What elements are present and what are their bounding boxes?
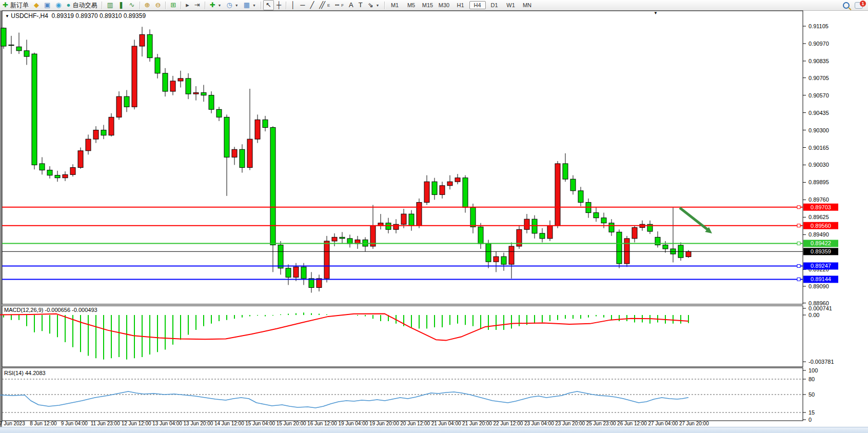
toolbar-separator: [102, 2, 102, 9]
candle: [101, 130, 106, 135]
signals-button[interactable]: ◉: [53, 1, 64, 10]
candle: [455, 178, 460, 182]
hline-handle[interactable]: [797, 224, 800, 227]
candle: [570, 179, 576, 191]
zoom-out-button[interactable]: ⊖: [152, 1, 163, 10]
timeframe-H1[interactable]: H1: [453, 2, 468, 9]
candle: [193, 93, 199, 94]
zoom-in-button[interactable]: ⊕: [142, 1, 153, 10]
notifications-icon[interactable]: 1: [855, 2, 863, 9]
candle: [332, 237, 337, 241]
timeframe-M5[interactable]: M5: [404, 2, 419, 9]
autotrading-button-label: 自动交易: [72, 1, 97, 10]
candle: [617, 232, 622, 264]
candle: [216, 109, 222, 117]
equidistant-channel-button[interactable]: ╱╱E: [317, 1, 332, 10]
hline-handle[interactable]: [797, 206, 800, 209]
candle: [47, 170, 52, 175]
candle: [9, 45, 14, 45]
text-label-button[interactable]: T: [356, 1, 365, 10]
date-label: 16 Jun 12:00: [307, 421, 337, 426]
timeframe-M15[interactable]: M15: [420, 2, 436, 9]
horizontal-line-button[interactable]: ─: [298, 1, 307, 10]
fibonacci-button[interactable]: ┅F: [332, 1, 346, 10]
rsi-axis-label: 15: [808, 409, 815, 416]
candle: [532, 219, 537, 233]
timeframe-M30[interactable]: M30: [437, 2, 452, 9]
toolbar-separator: [181, 2, 181, 9]
price-tick-label: 0.90570: [808, 92, 829, 99]
fibonacci-letter: F: [341, 3, 344, 8]
terminal-button[interactable]: ▣: [42, 1, 53, 10]
line-chart-icon: ∿: [129, 1, 135, 10]
candle: [109, 117, 114, 135]
vertical-line-button[interactable]: │: [288, 1, 298, 10]
candle: [609, 223, 614, 232]
periods-button[interactable]: ◷▼: [224, 1, 241, 10]
date-label: 21 Jun 20:00: [462, 421, 492, 426]
main-chart-plot[interactable]: [2, 11, 803, 304]
candle: [601, 218, 606, 223]
timeframe-W1[interactable]: W1: [503, 2, 519, 9]
timeframe-M1[interactable]: M1: [387, 2, 403, 9]
toolbar-separator: [140, 2, 140, 9]
hline-handle[interactable]: [797, 278, 800, 281]
charts-button[interactable]: ◆: [31, 1, 42, 10]
candle: [417, 202, 422, 225]
search-icon[interactable]: [843, 2, 850, 9]
candle: [324, 241, 329, 279]
candle: [24, 51, 29, 56]
vertical-line-icon: │: [291, 1, 295, 10]
price-label-text: 0.89703: [811, 204, 831, 210]
candlestick-chart-button[interactable]: ❚: [116, 1, 127, 10]
line-chart-button[interactable]: ∿: [127, 1, 137, 10]
candle: [240, 149, 245, 167]
candlestick-chart-icon: ❚: [119, 1, 124, 10]
price-tick-label: 0.89760: [808, 196, 829, 203]
candle: [147, 34, 152, 57]
hline-handle[interactable]: [797, 242, 800, 245]
auto-scroll-button[interactable]: ▸: [183, 1, 192, 10]
trendline-button[interactable]: ╱: [308, 1, 317, 10]
tile-windows-button[interactable]: ⊞: [168, 1, 179, 10]
candle: [70, 168, 75, 175]
date-label: 22 Jun 12:00: [493, 421, 523, 426]
tile-windows-icon: ⊞: [170, 1, 176, 10]
hline-handle[interactable]: [797, 264, 800, 267]
candle: [93, 130, 98, 140]
periods-icon: ◷: [227, 1, 232, 10]
chart-shift-button[interactable]: ⇥: [192, 1, 203, 10]
timeframe-H4[interactable]: H4: [469, 1, 486, 9]
timeframe-D1[interactable]: D1: [487, 2, 502, 9]
date-label: 7 Jun 2023: [0, 421, 25, 426]
candle: [32, 54, 37, 165]
toolbar-separator: [261, 2, 261, 9]
candle: [632, 228, 637, 239]
chart-menu-arrow[interactable]: ▼: [654, 11, 658, 15]
rsi-axis-label: 50: [808, 391, 815, 398]
candle: [247, 139, 252, 167]
autotrading-button[interactable]: ●自动交易: [64, 1, 100, 10]
date-label: 14 Jun 12:00: [214, 421, 244, 426]
time-axis[interactable]: 7 Jun 20238 Jun 12:009 Jun 04:0011 Jun 2…: [0, 421, 709, 426]
chart-dropdown-icon[interactable]: ▼: [5, 14, 9, 18]
templates-button[interactable]: ▦▼: [241, 1, 259, 10]
crosshair-button[interactable]: ┼: [274, 1, 284, 10]
candle: [255, 120, 260, 139]
timeframe-MN[interactable]: MN: [520, 2, 535, 9]
arrows-button[interactable]: ⇘▼: [365, 1, 382, 10]
candle: [501, 257, 506, 264]
text-button[interactable]: A: [346, 1, 356, 10]
chart-canvas[interactable]: 0.911050.909700.908350.907050.905700.904…: [0, 10, 868, 427]
macd-panel[interactable]: [2, 306, 803, 367]
date-label: 27 Jun 20:00: [679, 421, 709, 426]
date-label: 8 Jun 12:00: [30, 421, 57, 426]
new-order-button[interactable]: ✚新订单: [0, 1, 31, 10]
indicators-button[interactable]: ✚▼: [207, 1, 224, 10]
terminal-icon: ▣: [44, 1, 50, 10]
price-tick-label: 0.90835: [808, 58, 829, 64]
candle: [309, 279, 314, 288]
cursor-button[interactable]: ↖: [263, 0, 274, 10]
candle: [209, 95, 214, 110]
bar-chart-button[interactable]: ▥: [104, 1, 115, 10]
